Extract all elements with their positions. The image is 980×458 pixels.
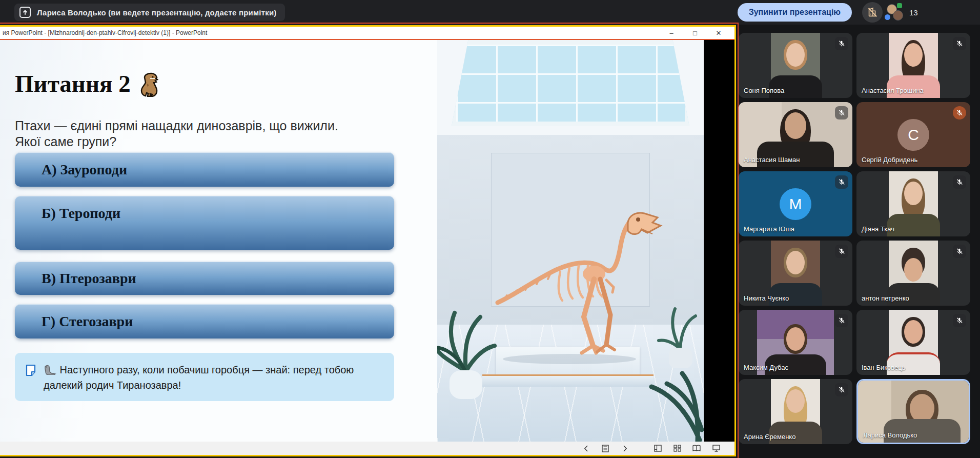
answer-option-b[interactable]: Б) Тероподи — [15, 196, 394, 250]
slideshow-view-button[interactable] — [709, 443, 723, 454]
next-slide-button[interactable] — [618, 443, 632, 454]
mic-off-icon — [835, 314, 848, 327]
participant-tile[interactable]: Анастасия Шаман — [739, 102, 852, 167]
participant-name: Никита Чуєнко — [744, 294, 789, 302]
question-text: Птахи — єдині прямі нащадки динозаврів, … — [15, 118, 384, 150]
participant-name: Лариса Володько — [863, 431, 917, 439]
mic-off-icon — [953, 37, 966, 50]
participant-tile[interactable]: Іван Биковець — [856, 310, 970, 375]
participants-button[interactable]: 13 — [884, 3, 920, 22]
mic-off-icon — [835, 245, 848, 258]
trex-skeleton-graphic — [437, 40, 704, 442]
prev-slide-button[interactable] — [579, 443, 593, 454]
avatar: C — [897, 119, 929, 151]
powerpoint-window: ия PowerPoint - [Mizhnarodnij-den-ptahiv… — [0, 25, 736, 456]
slide-sorter-button[interactable] — [670, 443, 684, 454]
self-view-tile[interactable]: Лариса Володько — [856, 379, 970, 444]
maximize-button[interactable]: □ — [683, 27, 707, 39]
participant-tile[interactable]: Соня Попова — [739, 33, 852, 98]
participant-name: Іван Биковець — [862, 364, 905, 371]
mic-off-icon — [953, 106, 966, 120]
participant-tile[interactable]: Максим Дубас — [739, 310, 852, 375]
minimize-button[interactable]: – — [660, 27, 683, 39]
participant-grid: Соня Попова Анастасия Трошина Анастасия … — [739, 33, 970, 444]
participant-tile[interactable]: Анастасия Трошина — [856, 33, 970, 98]
meet-top-bar: Лариса Володько (ви ведете презентацію, … — [0, 0, 980, 25]
normal-view-button[interactable] — [650, 443, 665, 454]
presenter-banner: Лариса Володько (ви ведете презентацію, … — [14, 4, 285, 21]
participant-name: Сергій Добридень — [862, 156, 917, 164]
participant-name: Анастасия Шаман — [744, 156, 800, 164]
close-button[interactable]: ✕ — [707, 27, 730, 39]
participant-name: Максим Дубас — [744, 364, 788, 371]
sauropod-emoji-icon — [44, 365, 57, 375]
participant-tile[interactable]: Арина Єременко — [739, 379, 852, 444]
participant-tile[interactable]: Діана Ткач — [856, 171, 970, 236]
presenter-banner-text: Лариса Володько (ви ведете презентацію, … — [37, 8, 277, 17]
meet-screen: Лариса Володько (ви ведете презентацію, … — [0, 0, 980, 458]
quiz-slide: Питання 2 Птахи — єдині прямі нащадки ди… — [0, 40, 437, 442]
participant-avatars — [884, 3, 904, 22]
slideshow-toolbar — [0, 442, 734, 455]
participant-tile[interactable]: Никита Чуєнко — [739, 241, 852, 306]
slide-menu-button[interactable] — [598, 443, 612, 454]
mic-off-icon — [835, 383, 848, 396]
building-slash-button[interactable] — [862, 2, 883, 23]
building-slash-icon — [867, 7, 878, 18]
reading-view-button[interactable] — [689, 443, 704, 454]
participant-name: Анастасия Трошина — [862, 87, 924, 94]
trex-emoji-icon — [136, 70, 162, 97]
answer-option-g[interactable]: Г) Стегозаври — [15, 304, 394, 338]
participant-tile[interactable]: антон петренко — [856, 241, 970, 306]
fact-note: Наступного разу, коли побачиш горобця — … — [15, 353, 394, 401]
stop-presenting-button[interactable]: Зупинити презентацію — [738, 3, 852, 22]
window-black-margin — [704, 40, 734, 442]
answer-option-a[interactable]: А) Зауроподи — [15, 152, 394, 187]
mic-off-icon — [835, 175, 848, 189]
participant-name: Маргарита Юша — [744, 225, 794, 233]
participant-tile[interactable]: M Маргарита Юша — [739, 171, 852, 236]
slide-title: Питання 2 — [15, 70, 162, 97]
participant-name: антон петренко — [862, 294, 909, 302]
sticky-note-icon — [25, 364, 36, 376]
fact-note-text: Наступного разу, коли побачиш горобця — … — [44, 362, 372, 393]
mic-off-icon — [835, 106, 848, 120]
participant-name: Арина Єременко — [744, 433, 795, 441]
participant-name: Діана Ткач — [862, 225, 894, 233]
dinosaur-museum-image — [437, 40, 704, 442]
participant-name: Соня Попова — [744, 87, 784, 94]
mic-off-icon — [953, 314, 966, 327]
present-screen-icon — [19, 7, 31, 18]
participant-video — [889, 171, 938, 236]
mic-off-icon — [835, 37, 848, 50]
answer-option-v[interactable]: В) Птерозаври — [15, 262, 394, 295]
slideshow-area[interactable]: Питання 2 Птахи — єдині прямі нащадки ди… — [0, 40, 734, 442]
mic-off-icon — [953, 175, 966, 189]
avatar: M — [780, 188, 811, 220]
window-title: ия PowerPoint - [Mizhnarodnij-den-ptahiv… — [0, 29, 660, 36]
participant-tile[interactable]: C Сергій Добридень — [856, 102, 970, 167]
participant-count: 13 — [909, 8, 918, 17]
powerpoint-title-bar[interactable]: ия PowerPoint - [Mizhnarodnij-den-ptahiv… — [0, 27, 734, 40]
mic-off-icon — [953, 245, 966, 258]
